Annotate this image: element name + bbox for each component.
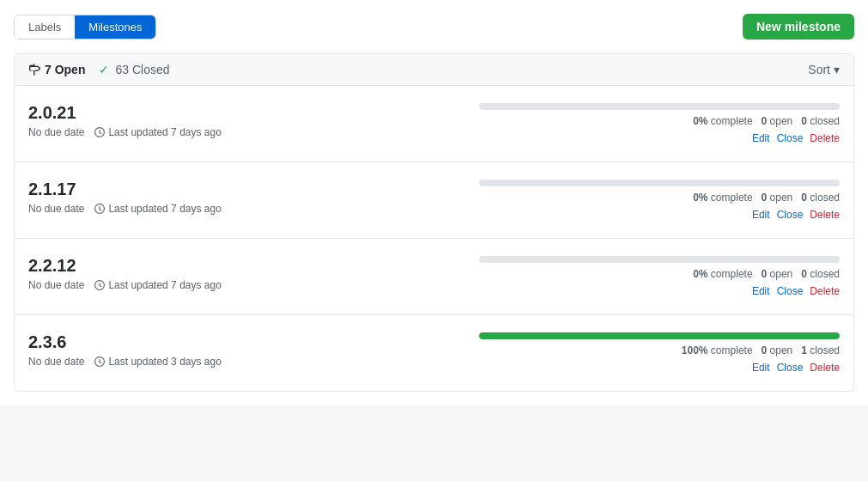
milestone-stats-1: 0% complete 0 open 0 closed xyxy=(693,192,840,204)
last-updated-0: Last updated 7 days ago xyxy=(94,126,221,138)
milestone-left-2: 2.2.12 No due date Last updated 7 days a… xyxy=(28,256,479,291)
milestone-list: 2.0.21 No due date Last updated 7 days a… xyxy=(14,86,854,392)
clock-icon xyxy=(94,127,105,137)
due-date-3: No due date xyxy=(28,356,84,368)
progress-bar-container-1 xyxy=(479,180,840,186)
due-date-2: No due date xyxy=(28,279,84,291)
delete-link-3[interactable]: Delete xyxy=(810,362,840,374)
progress-bar-container-0 xyxy=(479,103,840,110)
close-link-1[interactable]: Close xyxy=(777,209,804,221)
milestone-left-0: 2.0.21 No due date Last updated 7 days a… xyxy=(28,103,479,138)
edit-link-3[interactable]: Edit xyxy=(752,362,770,374)
milestone-actions-0: Edit Close Delete xyxy=(752,132,840,144)
progress-bar-container-2 xyxy=(479,256,840,263)
milestone-actions-2: Edit Close Delete xyxy=(752,285,840,297)
last-updated-2: Last updated 7 days ago xyxy=(94,279,221,291)
last-updated-1: Last updated 7 days ago xyxy=(94,203,221,215)
clock-icon xyxy=(94,356,105,367)
milestone-meta-3: No due date Last updated 3 days ago xyxy=(28,356,479,368)
open-count-2: 0 open xyxy=(762,268,793,280)
closed-count-filter[interactable]: ✓ 63 Closed xyxy=(99,63,169,76)
filter-bar: 7 Open ✓ 63 Closed Sort ▾ xyxy=(14,53,854,86)
edit-link-1[interactable]: Edit xyxy=(752,209,770,221)
milestone-icon xyxy=(28,64,40,76)
close-link-3[interactable]: Close xyxy=(777,362,804,374)
clock-icon xyxy=(94,204,105,214)
clock-icon xyxy=(94,280,105,290)
complete-pct-3: 100% complete xyxy=(682,344,753,356)
milestone-item: 2.0.21 No due date Last updated 7 days a… xyxy=(15,86,853,162)
sort-button[interactable]: Sort ▾ xyxy=(808,63,840,76)
milestone-right-3: 100% complete 0 open 1 closed Edit Close… xyxy=(479,332,840,374)
open-count-0: 0 open xyxy=(762,115,793,127)
milestone-title-3: 2.3.6 xyxy=(28,332,479,352)
milestone-item: 2.1.17 No due date Last updated 7 days a… xyxy=(15,162,853,239)
last-updated-3: Last updated 3 days ago xyxy=(94,356,221,368)
closed-count-2: 0 closed xyxy=(801,268,840,280)
close-link-2[interactable]: Close xyxy=(777,285,804,297)
open-count-1: 0 open xyxy=(762,192,793,204)
milestone-left-3: 2.3.6 No due date Last updated 3 days ag… xyxy=(28,332,479,368)
close-link-0[interactable]: Close xyxy=(777,132,804,144)
milestone-right-0: 0% complete 0 open 0 closed Edit Close D… xyxy=(479,103,840,144)
tab-labels[interactable]: Labels xyxy=(15,15,75,39)
open-count-label: 7 Open xyxy=(45,63,85,76)
milestone-meta-1: No due date Last updated 7 days ago xyxy=(28,203,479,215)
milestone-title-1: 2.1.17 xyxy=(28,180,479,199)
checkmark-icon: ✓ xyxy=(99,63,109,76)
closed-count-1: 0 closed xyxy=(801,192,840,204)
complete-pct-0: 0% complete xyxy=(693,115,752,127)
milestone-actions-3: Edit Close Delete xyxy=(752,362,840,374)
tab-milestones[interactable]: Milestones xyxy=(75,15,155,39)
milestone-title-2: 2.2.12 xyxy=(28,256,479,276)
open-count-3: 0 open xyxy=(762,344,793,356)
complete-pct-1: 0% complete xyxy=(693,192,752,204)
progress-bar-fill-3 xyxy=(479,332,840,339)
new-milestone-button[interactable]: New milestone xyxy=(743,14,854,40)
milestone-stats-3: 100% complete 0 open 1 closed xyxy=(682,344,840,356)
due-date-0: No due date xyxy=(28,126,84,138)
milestone-item: 2.2.12 No due date Last updated 7 days a… xyxy=(15,239,853,315)
complete-pct-2: 0% complete xyxy=(693,268,752,280)
top-bar: Labels Milestones New milestone xyxy=(14,14,854,40)
milestone-meta-2: No due date Last updated 7 days ago xyxy=(28,279,479,291)
milestone-right-1: 0% complete 0 open 0 closed Edit Close D… xyxy=(479,180,840,221)
edit-link-0[interactable]: Edit xyxy=(752,132,770,144)
tab-group: Labels Milestones xyxy=(14,15,156,40)
delete-link-2[interactable]: Delete xyxy=(810,285,840,297)
closed-count-0: 0 closed xyxy=(801,115,840,127)
closed-count-label: 63 Closed xyxy=(115,63,169,76)
milestone-actions-1: Edit Close Delete xyxy=(752,209,840,221)
sort-label: Sort xyxy=(808,63,830,76)
milestone-left-1: 2.1.17 No due date Last updated 7 days a… xyxy=(28,180,479,215)
milestone-meta-0: No due date Last updated 7 days ago xyxy=(28,126,479,138)
milestone-item: 2.3.6 No due date Last updated 3 days ag… xyxy=(15,315,853,391)
delete-link-1[interactable]: Delete xyxy=(810,209,840,221)
chevron-down-icon: ▾ xyxy=(834,63,840,76)
closed-count-3: 1 closed xyxy=(801,344,840,356)
progress-bar-container-3 xyxy=(479,332,840,339)
milestone-stats-0: 0% complete 0 open 0 closed xyxy=(693,115,840,127)
milestone-right-2: 0% complete 0 open 0 closed Edit Close D… xyxy=(479,256,840,297)
open-count-filter[interactable]: 7 Open xyxy=(28,63,85,76)
filter-counts: 7 Open ✓ 63 Closed xyxy=(28,63,170,76)
delete-link-0[interactable]: Delete xyxy=(810,132,840,144)
milestone-stats-2: 0% complete 0 open 0 closed xyxy=(693,268,840,280)
due-date-1: No due date xyxy=(28,203,84,215)
milestone-title-0: 2.0.21 xyxy=(28,103,479,123)
edit-link-2[interactable]: Edit xyxy=(752,285,770,297)
